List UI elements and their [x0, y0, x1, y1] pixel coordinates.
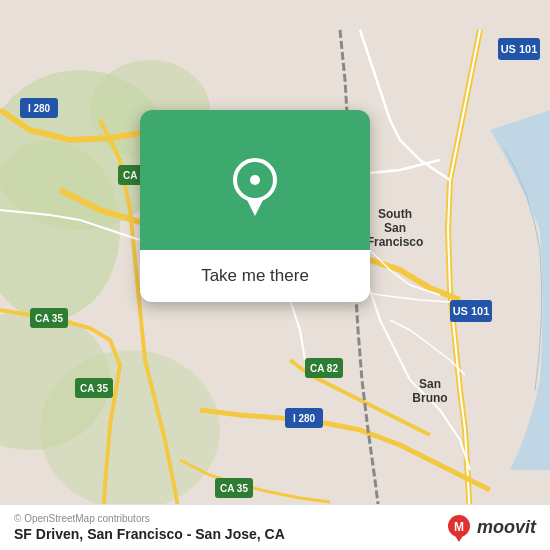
- pin-head: [233, 158, 277, 202]
- south-sf-label3: Francisco: [367, 235, 424, 249]
- ca35-label-mid: CA 35: [80, 383, 108, 394]
- route-title: SF Driven, San Francisco - San Jose, CA: [14, 526, 285, 542]
- ca35-label-top: CA 35: [35, 313, 63, 324]
- south-sf-label2: San: [384, 221, 406, 235]
- map-container: US 101 US 101 I 280 I 280 I 280 CA 82 CA…: [0, 0, 550, 550]
- svg-point-5: [40, 350, 220, 510]
- card-map-area: [140, 110, 370, 250]
- bottom-left: © OpenStreetMap contributors SF Driven, …: [14, 513, 285, 542]
- take-me-there-button[interactable]: Take me there: [201, 266, 309, 286]
- san-bruno-label2: Bruno: [412, 391, 447, 405]
- moovit-text: moovit: [477, 517, 536, 538]
- south-sf-label: South: [378, 207, 412, 221]
- us101-label-top: US 101: [501, 43, 538, 55]
- card-button-area[interactable]: Take me there: [140, 250, 370, 302]
- location-pin: [233, 158, 277, 202]
- ca35-label-bot: CA 35: [220, 483, 248, 494]
- us101-label-mid: US 101: [453, 305, 490, 317]
- moovit-logo: M moovit: [445, 514, 536, 542]
- location-card: Take me there: [140, 110, 370, 302]
- bottom-bar: © OpenStreetMap contributors SF Driven, …: [0, 504, 550, 550]
- attribution-text: © OpenStreetMap contributors: [14, 513, 285, 524]
- ca82-label-mid: CA 82: [310, 363, 338, 374]
- san-bruno-label: San: [419, 377, 441, 391]
- svg-text:M: M: [454, 520, 464, 534]
- pin-dot: [250, 175, 260, 185]
- i280-label-bot: I 280: [293, 413, 316, 424]
- i280-label-tl: I 280: [28, 103, 51, 114]
- moovit-icon: M: [445, 514, 473, 542]
